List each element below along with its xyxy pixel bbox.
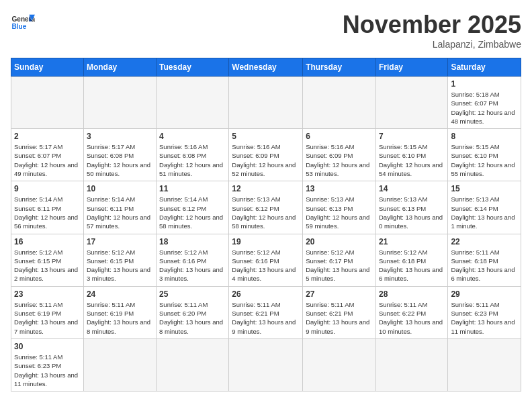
- day-number: 7: [379, 132, 445, 141]
- day-info: Sunrise: 5:11 AM Sunset: 6:23 PM Dayligh…: [14, 353, 81, 388]
- calendar-day-cell: [229, 77, 303, 129]
- day-number: 4: [159, 132, 226, 141]
- calendar-day-cell: 2Sunrise: 5:17 AM Sunset: 6:07 PM Daylig…: [11, 129, 84, 181]
- day-of-week-header: Thursday: [303, 58, 376, 77]
- day-info: Sunrise: 5:11 AM Sunset: 6:21 PM Dayligh…: [306, 300, 373, 336]
- calendar-day-cell: 21Sunrise: 5:12 AM Sunset: 6:18 PM Dayli…: [375, 234, 447, 286]
- calendar-day-cell: 25Sunrise: 5:11 AM Sunset: 6:20 PM Dayli…: [157, 286, 229, 338]
- day-info: Sunrise: 5:16 AM Sunset: 6:09 PM Dayligh…: [306, 142, 373, 178]
- calendar-day-cell: [375, 338, 447, 391]
- day-info: Sunrise: 5:15 AM Sunset: 6:10 PM Dayligh…: [379, 142, 445, 178]
- day-number: 3: [87, 132, 153, 141]
- day-info: Sunrise: 5:17 AM Sunset: 6:08 PM Dayligh…: [87, 142, 153, 178]
- day-of-week-header: Saturday: [448, 58, 521, 77]
- calendar-day-cell: 23Sunrise: 5:11 AM Sunset: 6:19 PM Dayli…: [11, 286, 84, 338]
- day-of-week-header: Sunday: [11, 58, 84, 77]
- day-number: 18: [159, 237, 226, 246]
- day-number: 11: [159, 184, 226, 193]
- day-info: Sunrise: 5:12 AM Sunset: 6:18 PM Dayligh…: [379, 248, 445, 283]
- calendar-day-cell: [157, 77, 229, 129]
- calendar-day-cell: 22Sunrise: 5:11 AM Sunset: 6:18 PM Dayli…: [448, 234, 521, 286]
- day-number: 6: [306, 132, 373, 141]
- subtitle: Lalapanzi, Zimbabwe: [343, 39, 521, 50]
- day-info: Sunrise: 5:17 AM Sunset: 6:07 PM Dayligh…: [14, 142, 81, 178]
- day-number: 9: [14, 184, 81, 193]
- day-info: Sunrise: 5:13 AM Sunset: 6:13 PM Dayligh…: [379, 195, 445, 230]
- calendar: SundayMondayTuesdayWednesdayThursdayFrid…: [11, 58, 521, 392]
- calendar-day-cell: 30Sunrise: 5:11 AM Sunset: 6:23 PM Dayli…: [11, 338, 84, 391]
- calendar-day-cell: 27Sunrise: 5:11 AM Sunset: 6:21 PM Dayli…: [303, 286, 376, 338]
- calendar-day-cell: [448, 338, 521, 391]
- day-number: 27: [306, 289, 373, 299]
- day-of-week-header: Monday: [83, 58, 156, 77]
- day-number: 15: [451, 184, 518, 193]
- calendar-day-cell: 3Sunrise: 5:17 AM Sunset: 6:08 PM Daylig…: [83, 129, 156, 181]
- day-info: Sunrise: 5:11 AM Sunset: 6:23 PM Dayligh…: [451, 300, 518, 336]
- calendar-day-cell: 8Sunrise: 5:15 AM Sunset: 6:10 PM Daylig…: [448, 129, 521, 181]
- day-number: 28: [379, 289, 445, 299]
- calendar-day-cell: 12Sunrise: 5:13 AM Sunset: 6:12 PM Dayli…: [229, 181, 303, 234]
- day-number: 14: [379, 184, 445, 193]
- day-info: Sunrise: 5:11 AM Sunset: 6:19 PM Dayligh…: [14, 300, 81, 336]
- day-info: Sunrise: 5:16 AM Sunset: 6:09 PM Dayligh…: [232, 142, 300, 178]
- calendar-day-cell: 20Sunrise: 5:12 AM Sunset: 6:17 PM Dayli…: [303, 234, 376, 286]
- calendar-day-cell: 1Sunrise: 5:18 AM Sunset: 6:07 PM Daylig…: [448, 77, 521, 129]
- day-info: Sunrise: 5:12 AM Sunset: 6:17 PM Dayligh…: [306, 248, 373, 283]
- day-info: Sunrise: 5:16 AM Sunset: 6:08 PM Dayligh…: [159, 142, 226, 178]
- day-info: Sunrise: 5:13 AM Sunset: 6:14 PM Dayligh…: [451, 195, 518, 230]
- day-number: 5: [232, 132, 300, 141]
- day-info: Sunrise: 5:11 AM Sunset: 6:20 PM Dayligh…: [159, 300, 226, 336]
- calendar-week-row: 9Sunrise: 5:14 AM Sunset: 6:11 PM Daylig…: [11, 181, 521, 234]
- calendar-day-cell: [157, 338, 229, 391]
- day-of-week-header: Wednesday: [229, 58, 303, 77]
- day-number: 20: [306, 237, 373, 246]
- calendar-day-cell: 15Sunrise: 5:13 AM Sunset: 6:14 PM Dayli…: [448, 181, 521, 234]
- day-info: Sunrise: 5:12 AM Sunset: 6:16 PM Dayligh…: [232, 248, 300, 283]
- day-info: Sunrise: 5:13 AM Sunset: 6:12 PM Dayligh…: [232, 195, 300, 230]
- calendar-day-cell: 6Sunrise: 5:16 AM Sunset: 6:09 PM Daylig…: [303, 129, 376, 181]
- calendar-header-row: SundayMondayTuesdayWednesdayThursdayFrid…: [11, 58, 521, 77]
- calendar-day-cell: 28Sunrise: 5:11 AM Sunset: 6:22 PM Dayli…: [375, 286, 447, 338]
- calendar-week-row: 1Sunrise: 5:18 AM Sunset: 6:07 PM Daylig…: [11, 77, 521, 129]
- calendar-week-row: 23Sunrise: 5:11 AM Sunset: 6:19 PM Dayli…: [11, 286, 521, 338]
- calendar-day-cell: 16Sunrise: 5:12 AM Sunset: 6:15 PM Dayli…: [11, 234, 84, 286]
- day-number: 23: [14, 289, 81, 299]
- day-number: 22: [451, 237, 518, 246]
- day-number: 8: [451, 132, 518, 141]
- day-number: 17: [87, 237, 153, 246]
- day-info: Sunrise: 5:12 AM Sunset: 6:15 PM Dayligh…: [14, 248, 81, 283]
- day-info: Sunrise: 5:11 AM Sunset: 6:22 PM Dayligh…: [379, 300, 445, 336]
- day-of-week-header: Friday: [375, 58, 447, 77]
- day-number: 13: [306, 184, 373, 193]
- day-of-week-header: Tuesday: [157, 58, 229, 77]
- day-info: Sunrise: 5:11 AM Sunset: 6:19 PM Dayligh…: [87, 300, 153, 336]
- day-info: Sunrise: 5:15 AM Sunset: 6:10 PM Dayligh…: [451, 142, 518, 178]
- day-info: Sunrise: 5:11 AM Sunset: 6:21 PM Dayligh…: [232, 300, 300, 336]
- calendar-day-cell: [229, 338, 303, 391]
- calendar-day-cell: [303, 338, 376, 391]
- day-number: 19: [232, 237, 300, 246]
- calendar-day-cell: 4Sunrise: 5:16 AM Sunset: 6:08 PM Daylig…: [157, 129, 229, 181]
- calendar-day-cell: 26Sunrise: 5:11 AM Sunset: 6:21 PM Dayli…: [229, 286, 303, 338]
- day-number: 1: [451, 79, 518, 89]
- day-info: Sunrise: 5:18 AM Sunset: 6:07 PM Dayligh…: [451, 90, 518, 126]
- day-number: 12: [232, 184, 300, 193]
- day-number: 24: [87, 289, 153, 299]
- day-number: 2: [14, 132, 81, 141]
- header: General Blue November 2025 Lalapanzi, Zi…: [11, 11, 521, 50]
- calendar-day-cell: [375, 77, 447, 129]
- calendar-day-cell: [11, 77, 84, 129]
- calendar-day-cell: 18Sunrise: 5:12 AM Sunset: 6:16 PM Dayli…: [157, 234, 229, 286]
- calendar-day-cell: 13Sunrise: 5:13 AM Sunset: 6:13 PM Dayli…: [303, 181, 376, 234]
- calendar-day-cell: [83, 338, 156, 391]
- title-block: November 2025 Lalapanzi, Zimbabwe: [343, 11, 521, 50]
- logo-icon: General Blue: [11, 11, 35, 35]
- day-number: 26: [232, 289, 300, 299]
- svg-text:Blue: Blue: [11, 23, 26, 30]
- day-info: Sunrise: 5:11 AM Sunset: 6:18 PM Dayligh…: [451, 248, 518, 283]
- month-title: November 2025: [343, 11, 521, 39]
- calendar-day-cell: [303, 77, 376, 129]
- day-info: Sunrise: 5:14 AM Sunset: 6:12 PM Dayligh…: [159, 195, 226, 230]
- calendar-week-row: 2Sunrise: 5:17 AM Sunset: 6:07 PM Daylig…: [11, 129, 521, 181]
- day-number: 29: [451, 289, 518, 299]
